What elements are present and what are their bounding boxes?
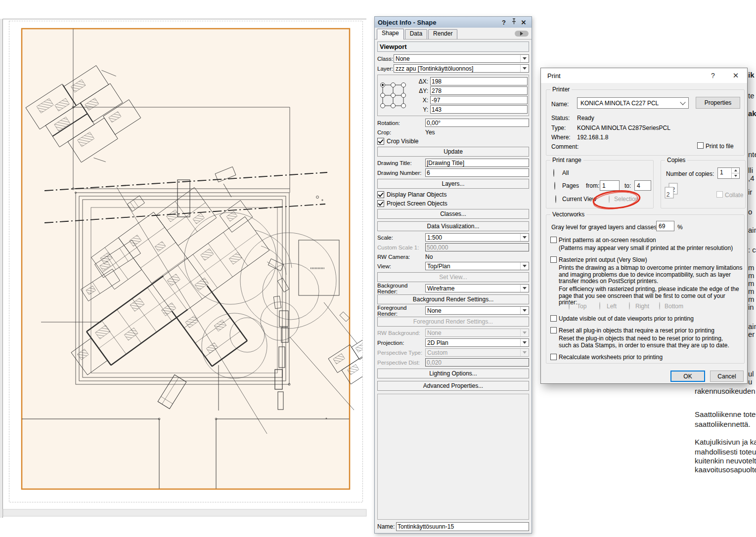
rw-background-dropdown[interactable]: None [425, 329, 529, 337]
properties-button[interactable]: Properties [696, 97, 740, 109]
view-dropdown[interactable]: Top/Plan [425, 262, 529, 270]
background-render-dropdown[interactable]: Wireframe [425, 284, 529, 292]
edge-left-radio[interactable] [599, 302, 600, 310]
spinner-up-icon[interactable] [732, 168, 739, 173]
recalculate-label: Recalculate worksheets prior to printing [559, 354, 663, 361]
cancel-button[interactable]: Cancel [710, 371, 744, 382]
edge-right-radio[interactable] [629, 302, 630, 310]
rotation-field[interactable]: 0,00° [425, 119, 529, 127]
custom-scale-field[interactable]: 500,000 [425, 243, 529, 251]
update-viewports-checkbox[interactable] [550, 315, 557, 322]
range-all-radio[interactable] [553, 169, 554, 177]
where-value: 192.168.1.8 [577, 134, 608, 141]
chevron-down-icon[interactable] [520, 307, 529, 314]
drawing-title-field[interactable]: [Drawing Title] [425, 159, 529, 167]
horizontal-scrollbar [3, 509, 366, 516]
dx-field[interactable]: 198 [430, 77, 528, 85]
set-view-button[interactable]: Set View... [377, 272, 529, 282]
close-icon[interactable]: ✕ [724, 71, 747, 80]
rasterize-checkbox[interactable] [550, 256, 557, 263]
update-button[interactable]: Update [377, 147, 529, 157]
tab-overflow-button[interactable] [515, 31, 529, 37]
class-dropdown[interactable]: None [394, 54, 529, 63]
background-render-settings-button[interactable]: Background Render Settings... [377, 294, 529, 304]
display-planar-objects-checkbox[interactable] [377, 191, 384, 198]
chevron-down-icon[interactable] [520, 339, 529, 346]
perspective-dist-field[interactable]: 0,020 [425, 358, 529, 367]
palette-tabs: Shape Data Render [375, 28, 532, 40]
range-pages-radio[interactable] [554, 182, 555, 190]
copies-spinner[interactable]: 1 [717, 167, 740, 179]
layer-label: Layer: [377, 66, 394, 72]
class-label: Class: [377, 56, 394, 62]
crop-visible-checkbox[interactable] [377, 138, 384, 145]
application-window: ikteakntelli,4iroain: cmmmmminainerulu r… [0, 0, 756, 537]
background-render-label: Background Render: [377, 283, 425, 294]
anchor-point-grid[interactable] [379, 77, 407, 114]
chevron-down-icon[interactable] [677, 102, 688, 104]
perspective-type-dropdown[interactable]: Custom [425, 348, 529, 357]
foreground-render-settings-button[interactable]: Foreground Render Settings... [377, 317, 529, 327]
layer-dropdown[interactable]: zzz apu [Tontinkäyttöluonnos] [394, 64, 529, 73]
print-patterns-checkbox[interactable] [550, 237, 557, 243]
drawing-number-field[interactable]: 6 [425, 168, 529, 177]
drawing-number-label: Drawing Number: [377, 170, 425, 176]
reset-plugins-checkbox[interactable] [550, 327, 557, 333]
edge-bottom-radio[interactable] [659, 302, 660, 310]
tab-data[interactable]: Data [405, 29, 427, 39]
ok-button[interactable]: OK [670, 371, 705, 382]
chevron-down-icon[interactable] [520, 285, 529, 292]
reset-plugins-label: Reset all plug-in objects that require a… [559, 327, 714, 334]
project-screen-objects-checkbox[interactable] [377, 200, 384, 207]
range-current-view-radio[interactable] [555, 195, 556, 203]
chevron-down-icon[interactable] [520, 65, 529, 72]
drawing-canvas[interactable] [0, 0, 373, 537]
classes-button[interactable]: Classes... [377, 209, 529, 219]
help-icon[interactable]: ? [702, 72, 724, 80]
recalculate-checkbox[interactable] [550, 354, 557, 360]
y-field[interactable]: 143 [430, 105, 528, 114]
tab-render[interactable]: Render [428, 29, 457, 39]
scale-dropdown[interactable]: 1:500 [425, 233, 529, 242]
range-selection-radio[interactable] [609, 195, 610, 203]
comment-label: Comment: [551, 143, 578, 150]
range-pages-label: Pages [562, 182, 579, 189]
reset-plugins-note: Reset the plug-in objects that need to b… [559, 335, 737, 349]
chevron-down-icon[interactable] [520, 262, 529, 270]
dialog-title-bar[interactable]: Print ? ✕ [541, 68, 747, 83]
x-field[interactable]: -97 [430, 96, 528, 104]
dy-field[interactable]: 278 [430, 86, 528, 95]
print-patterns-label: Print patterns at on-screen resolution [559, 237, 656, 244]
drawing-title-label: Drawing Title: [377, 160, 425, 166]
print-to-file-checkbox[interactable] [697, 142, 704, 149]
projection-dropdown[interactable]: 2D Plan [425, 338, 529, 347]
pages-to-field[interactable]: 4 [634, 180, 651, 191]
chevron-down-icon[interactable] [520, 55, 529, 62]
name-label: Name: [377, 523, 396, 530]
lighting-options-button[interactable]: Lighting Options... [377, 369, 529, 378]
foreground-render-dropdown[interactable]: None [425, 306, 529, 315]
close-icon[interactable]: ✕ [519, 19, 529, 26]
help-icon[interactable]: ? [499, 19, 509, 26]
palette-title-bar[interactable]: Object Info - Shape ? ✕ [375, 17, 532, 28]
printer-name-label: Name: [551, 101, 569, 108]
edge-top-radio[interactable] [569, 302, 570, 310]
advanced-properties-button[interactable]: Advanced Properties... [377, 381, 529, 391]
status-label: Status: [551, 115, 570, 122]
data-visualization-button[interactable]: Data Visualization... [377, 221, 529, 231]
printer-name-dropdown[interactable]: KONICA MINOLTA C227 PCL [577, 97, 689, 109]
gray-level-field[interactable]: 69 [656, 221, 674, 231]
pages-from-field[interactable]: 1 [600, 180, 620, 191]
chevron-down-icon[interactable] [520, 234, 529, 241]
position-box: ΔX:198 ΔY:278 X:-97 Y:143 [377, 75, 529, 116]
collate-checkbox[interactable] [716, 191, 723, 198]
spinner-down-icon[interactable] [732, 173, 739, 178]
print-dialog: Print ? ✕ Printer Name: KONICA MINOLTA C… [540, 68, 748, 384]
dialog-title: Print [547, 72, 702, 80]
background-text-line: saattoliikennettä. [695, 420, 751, 428]
edge-left-label: Left [607, 303, 617, 310]
layers-button[interactable]: Layers... [377, 179, 529, 189]
pin-icon[interactable] [509, 18, 519, 26]
tab-shape[interactable]: Shape [377, 29, 404, 40]
object-name-field[interactable]: Tontinkäyttösuunn-15 [396, 522, 529, 531]
